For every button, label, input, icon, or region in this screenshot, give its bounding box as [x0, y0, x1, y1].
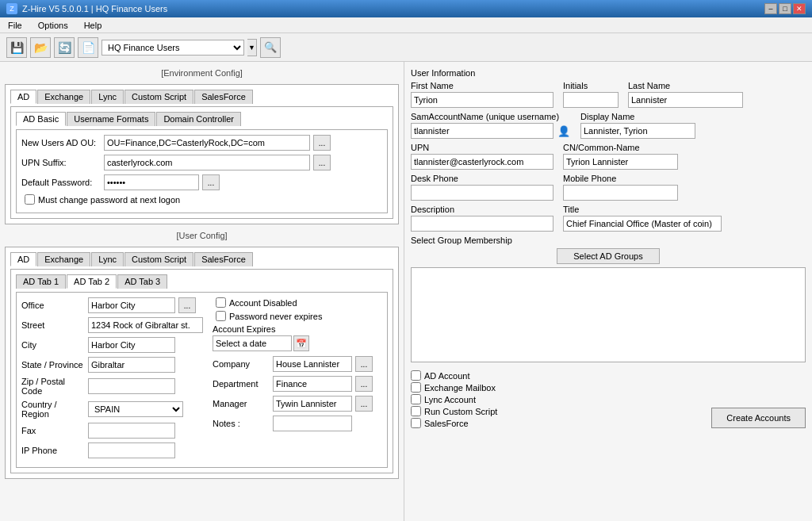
- ou-browse-btn[interactable]: ...: [313, 135, 331, 151]
- ip-phone-label: IP Phone: [21, 446, 85, 455]
- user-inner-tab-2[interactable]: AD Tab 2: [67, 274, 117, 289]
- manager-input[interactable]: [273, 396, 352, 412]
- user-tab-salesforce[interactable]: SalesForce: [194, 252, 253, 266]
- department-label: Department: [213, 379, 270, 389]
- account-expires-input[interactable]: [213, 335, 292, 351]
- last-name-input[interactable]: [628, 92, 743, 108]
- env-tab-custom-script[interactable]: Custom Script: [124, 90, 193, 104]
- office-browse-btn[interactable]: ...: [178, 297, 196, 313]
- env-inner-tab-basic[interactable]: AD Basic: [16, 112, 66, 126]
- user-ad-tab-content: AD Tab 1 AD Tab 2 AD Tab 3 Office ...: [10, 269, 393, 473]
- upn-suffix-browse-btn[interactable]: ...: [313, 155, 331, 170]
- env-inner-tab-domain[interactable]: Domain Controller: [156, 112, 241, 126]
- profile-select[interactable]: HQ Finance Users: [102, 40, 244, 56]
- manager-browse-btn[interactable]: ...: [355, 396, 373, 412]
- search-button[interactable]: 🔍: [260, 37, 281, 58]
- account-disabled-label: Account Disabled: [229, 298, 297, 308]
- fax-row: Fax: [21, 423, 203, 439]
- left-panel: [Environment Config] AD Exchange Lync Cu…: [0, 62, 404, 521]
- upn-suffix-row: UPN Suffix: ...: [21, 155, 382, 170]
- toolbar-open-btn[interactable]: 📂: [30, 37, 51, 58]
- user-tab-lync[interactable]: Lync: [91, 252, 124, 266]
- city-input[interactable]: [88, 337, 175, 353]
- password-never-expires-checkbox[interactable]: [216, 311, 226, 321]
- street-input[interactable]: [88, 317, 203, 333]
- mobile-phone-label: Mobile Phone: [563, 174, 678, 183]
- desk-phone-input[interactable]: [411, 185, 553, 201]
- env-inner-tabs: AD Basic Username Formats Domain Control…: [16, 112, 388, 126]
- company-browse-btn[interactable]: ...: [355, 356, 373, 372]
- toolbar-save-btn[interactable]: 💾: [6, 37, 27, 58]
- password-input[interactable]: [104, 174, 199, 190]
- ip-phone-input[interactable]: [88, 442, 175, 458]
- department-browse-btn[interactable]: ...: [355, 376, 373, 392]
- title-bar: Z Z-Hire V5 5.0.0.1 | HQ Finance Users –…: [0, 0, 812, 17]
- env-tab-ad[interactable]: AD: [10, 90, 36, 104]
- title-input[interactable]: [563, 216, 722, 232]
- password-label: Default Password:: [21, 178, 101, 187]
- display-name-input[interactable]: [580, 123, 695, 139]
- upn-suffix-input[interactable]: [104, 155, 310, 170]
- state-input[interactable]: [88, 357, 175, 373]
- cn-input[interactable]: [563, 154, 678, 170]
- department-input[interactable]: [273, 376, 352, 392]
- display-name-label: Display Name: [580, 112, 695, 121]
- user-left-col: Office ... Street City: [21, 297, 203, 462]
- run-custom-script-checkbox[interactable]: [411, 406, 421, 416]
- env-inner-tab-username[interactable]: Username Formats: [67, 112, 155, 126]
- menu-options[interactable]: Options: [35, 20, 71, 31]
- maximize-button[interactable]: □: [779, 3, 791, 14]
- lync-account-checkbox[interactable]: [411, 394, 421, 404]
- toolbar-new-btn[interactable]: 📄: [78, 37, 98, 58]
- salesforce-checkbox[interactable]: [411, 418, 421, 428]
- sam-person-icon[interactable]: 👤: [557, 124, 571, 138]
- company-input[interactable]: [273, 356, 352, 372]
- profile-dropdown-btn[interactable]: ▼: [247, 39, 257, 56]
- select-ad-groups-button[interactable]: Select AD Groups: [557, 248, 659, 264]
- user-config-title: [User Config]: [3, 228, 400, 243]
- notes-input[interactable]: [273, 416, 352, 431]
- sam-input[interactable]: [411, 123, 553, 139]
- sam-display-row: SamAccountName (unique username) 👤 Displ…: [411, 112, 806, 139]
- title-controls: – □ ✕: [764, 3, 806, 14]
- salesforce-row: SalesForce: [411, 418, 497, 428]
- exchange-mailbox-checkbox[interactable]: [411, 382, 421, 393]
- office-input[interactable]: [88, 297, 175, 313]
- minimize-button[interactable]: –: [764, 3, 777, 14]
- first-name-input[interactable]: [411, 92, 553, 108]
- env-tab-salesforce[interactable]: SalesForce: [194, 90, 253, 104]
- account-disabled-checkbox[interactable]: [216, 297, 226, 308]
- description-input[interactable]: [411, 216, 553, 232]
- fax-input[interactable]: [88, 423, 175, 439]
- password-browse-btn[interactable]: ...: [202, 174, 220, 190]
- env-inner-content: New Users AD OU: ... UPN Suffix: ... Def…: [16, 129, 388, 213]
- menu-file[interactable]: File: [5, 20, 25, 31]
- password-never-expires-row: Password never expires: [216, 311, 382, 321]
- env-outer-tabs: AD Exchange Lync Custom Script SalesForc…: [10, 90, 393, 104]
- env-tab-exchange[interactable]: Exchange: [37, 90, 90, 104]
- menu-help[interactable]: Help: [81, 20, 105, 31]
- must-change-password-checkbox[interactable]: [25, 194, 35, 205]
- user-inner-tab-3[interactable]: AD Tab 3: [117, 274, 167, 289]
- user-inner-tab-1[interactable]: AD Tab 1: [16, 274, 66, 289]
- manager-row: Manager ...: [213, 396, 382, 412]
- ou-input[interactable]: [104, 135, 310, 151]
- title-label: Title: [563, 205, 722, 214]
- desk-phone-field: Desk Phone: [411, 174, 553, 201]
- close-button[interactable]: ✕: [793, 3, 806, 14]
- country-select[interactable]: SPAIN: [88, 401, 183, 417]
- zip-input[interactable]: [88, 378, 175, 394]
- mobile-phone-input[interactable]: [563, 185, 678, 201]
- toolbar-refresh-btn[interactable]: 🔄: [54, 37, 75, 58]
- ad-account-checkbox[interactable]: [411, 370, 421, 381]
- initials-input[interactable]: [563, 92, 619, 108]
- calendar-icon[interactable]: 📅: [293, 335, 309, 351]
- must-change-password-row: Must change password at next logon: [25, 194, 382, 205]
- env-tab-lync[interactable]: Lync: [91, 90, 124, 104]
- user-tab-custom-script[interactable]: Custom Script: [124, 252, 193, 266]
- create-accounts-button[interactable]: Create Accounts: [711, 408, 806, 428]
- user-tab-ad[interactable]: AD: [10, 252, 36, 266]
- upn-input[interactable]: [411, 154, 553, 170]
- initials-label: Initials: [563, 81, 619, 90]
- user-tab-exchange[interactable]: Exchange: [37, 252, 90, 266]
